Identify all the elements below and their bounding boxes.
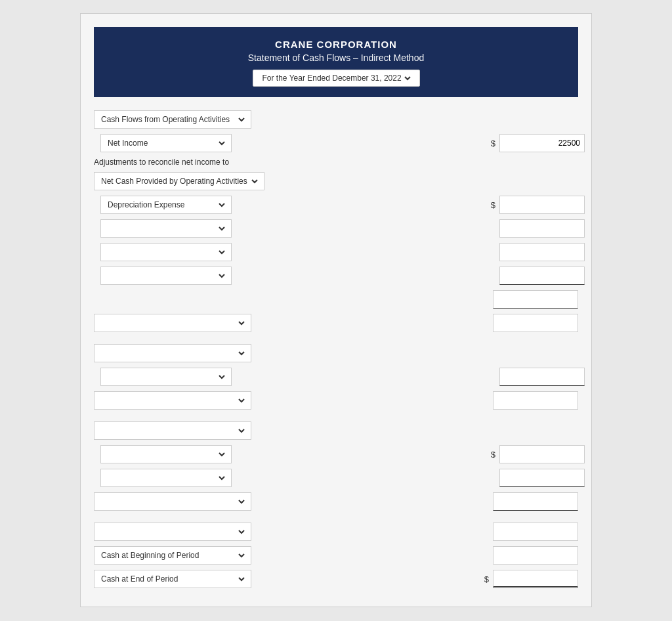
sub-input-2[interactable] bbox=[493, 391, 578, 410]
net-cash-select[interactable]: Net Cash Provided by Operating Activitie… bbox=[98, 176, 260, 186]
section-row-2 bbox=[94, 344, 578, 362]
empty-dropdown-1[interactable] bbox=[100, 219, 232, 238]
sub-row-2 bbox=[94, 391, 578, 410]
company-name: CRANE CORPORATION bbox=[107, 39, 565, 50]
section-select-2[interactable] bbox=[98, 348, 247, 358]
invest-input-1[interactable] bbox=[499, 445, 585, 463]
invest-dropdown-1[interactable] bbox=[100, 445, 232, 463]
period-dropdown[interactable]: For the Year Ended December 31, 2022 bbox=[260, 73, 413, 83]
cash-beginning-dropdown[interactable]: Cash at Beginning of Period bbox=[94, 546, 251, 565]
sub-row-1 bbox=[100, 368, 585, 386]
section-row-1 bbox=[94, 314, 578, 332]
invest-subtotal-row bbox=[94, 492, 578, 511]
cash-beginning-row: Cash at Beginning of Period bbox=[94, 546, 578, 565]
invest-subtotal-dropdown[interactable] bbox=[94, 492, 251, 511]
net-income-select[interactable]: Net Income bbox=[105, 138, 227, 148]
sub-dropdown-2[interactable] bbox=[94, 391, 251, 410]
statement-title: Statement of Cash Flows – Indirect Metho… bbox=[107, 53, 565, 63]
empty-select-2[interactable] bbox=[105, 247, 227, 257]
cash-end-dollar: $ bbox=[484, 574, 489, 584]
net-income-row: Net Income $ bbox=[100, 134, 585, 152]
section-row-3 bbox=[94, 421, 578, 440]
empty-row-1 bbox=[100, 219, 585, 238]
empty-select-3[interactable] bbox=[105, 270, 227, 281]
empty-select-1[interactable] bbox=[105, 223, 227, 234]
invest-select-2[interactable] bbox=[105, 473, 227, 483]
net-change-input[interactable] bbox=[493, 523, 578, 541]
operating-activities-dropdown[interactable]: Cash Flows from Operating Activities bbox=[94, 110, 251, 129]
net-change-dropdown[interactable] bbox=[94, 523, 251, 541]
sub-dropdown-1[interactable] bbox=[100, 368, 232, 386]
subtotal-input-1[interactable] bbox=[493, 290, 578, 309]
sub-input-1[interactable] bbox=[499, 368, 585, 386]
net-income-dollar: $ bbox=[491, 139, 495, 148]
net-income-dropdown[interactable]: Net Income bbox=[100, 134, 232, 152]
section-dropdown-1[interactable] bbox=[94, 314, 251, 332]
invest-subtotal-select[interactable] bbox=[98, 496, 247, 507]
empty-input-3[interactable] bbox=[499, 267, 585, 285]
subtotal-row-1 bbox=[94, 290, 578, 309]
operating-activities-select[interactable]: Cash Flows from Operating Activities bbox=[98, 114, 247, 125]
invest-dropdown-2[interactable] bbox=[100, 469, 232, 487]
cash-end-row: Cash at End of Period $ bbox=[94, 570, 578, 588]
depreciation-dropdown[interactable]: Depreciation Expense bbox=[100, 196, 232, 214]
net-income-input[interactable] bbox=[499, 134, 585, 152]
sub-select-1[interactable] bbox=[105, 372, 227, 382]
cash-end-input[interactable] bbox=[493, 570, 578, 588]
depreciation-input[interactable] bbox=[499, 196, 585, 214]
cash-end-dropdown[interactable]: Cash at End of Period bbox=[94, 570, 251, 588]
empty-input-1[interactable] bbox=[499, 219, 585, 238]
adjustments-label: Adjustments to reconcile net income to bbox=[94, 158, 578, 167]
section-select-3[interactable] bbox=[98, 425, 247, 436]
net-cash-dropdown[interactable]: Net Cash Provided by Operating Activitie… bbox=[94, 172, 264, 190]
empty-input-2[interactable] bbox=[499, 243, 585, 261]
net-change-row bbox=[94, 523, 578, 541]
section-dropdown-2[interactable] bbox=[94, 344, 251, 362]
depreciation-row: Depreciation Expense $ bbox=[100, 196, 585, 214]
report-header: CRANE CORPORATION Statement of Cash Flow… bbox=[94, 27, 578, 97]
invest-row-1: $ bbox=[100, 445, 585, 463]
section-select-1[interactable] bbox=[98, 318, 247, 328]
section-dropdown-3[interactable] bbox=[94, 421, 251, 440]
sub-select-2[interactable] bbox=[98, 395, 247, 406]
empty-row-2 bbox=[100, 243, 585, 261]
net-cash-row: Net Cash Provided by Operating Activitie… bbox=[94, 172, 578, 190]
invest-subtotal-input[interactable] bbox=[493, 492, 578, 511]
period-selector[interactable]: For the Year Ended December 31, 2022 bbox=[253, 70, 420, 87]
invest-select-1[interactable] bbox=[105, 449, 227, 460]
operating-activities-row: Cash Flows from Operating Activities bbox=[94, 110, 578, 129]
depreciation-select[interactable]: Depreciation Expense bbox=[105, 200, 227, 210]
cash-beginning-input[interactable] bbox=[493, 546, 578, 565]
empty-dropdown-2[interactable] bbox=[100, 243, 232, 261]
section-input-1[interactable] bbox=[493, 314, 578, 332]
empty-dropdown-3[interactable] bbox=[100, 267, 232, 285]
cash-end-select[interactable]: Cash at End of Period bbox=[98, 574, 247, 584]
cash-beginning-select[interactable]: Cash at Beginning of Period bbox=[98, 550, 247, 561]
depreciation-dollar: $ bbox=[491, 200, 495, 210]
invest-row-2 bbox=[100, 469, 585, 487]
empty-row-3 bbox=[100, 267, 585, 285]
invest-input-2[interactable] bbox=[499, 469, 585, 487]
invest-dollar-1: $ bbox=[491, 450, 495, 460]
net-change-select[interactable] bbox=[98, 526, 247, 537]
